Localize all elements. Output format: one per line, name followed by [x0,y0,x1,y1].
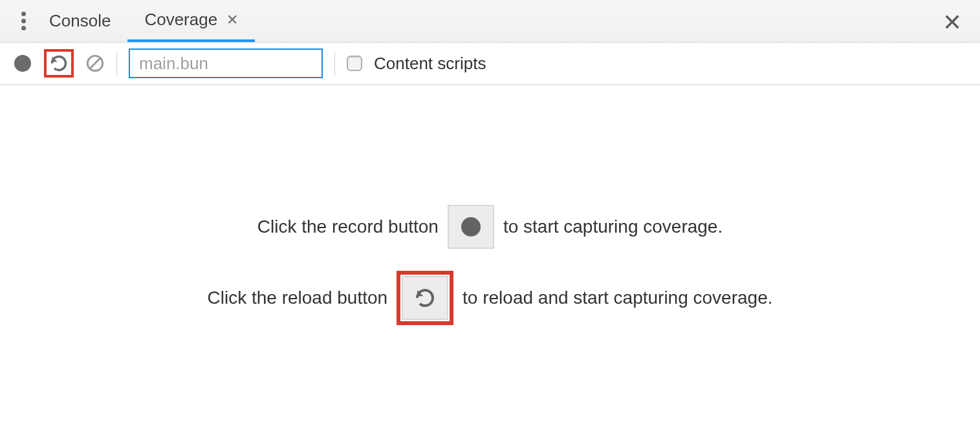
coverage-empty-state: Click the record button to start capturi… [0,85,980,444]
inline-record-button[interactable] [448,205,494,249]
hint-reload: Click the reload button to reload and st… [207,271,772,325]
tab-console[interactable]: Console [32,0,127,42]
filter-input[interactable] [139,54,349,74]
toolbar: ✕ Content scripts [0,43,980,85]
reload-icon [415,288,435,308]
content-scripts-label[interactable]: Content scripts [374,54,486,74]
tab-bar: Console Coverage ✕ ✕ [0,0,980,43]
record-icon [461,217,481,237]
svg-line-1 [90,58,100,69]
record-icon [14,55,31,72]
reload-button[interactable] [49,54,69,73]
inline-reload-button[interactable] [402,276,448,320]
divider [116,51,117,76]
hint-text: to reload and start capturing coverage. [463,288,772,308]
content-scripts-checkbox[interactable] [347,56,362,71]
tab-coverage[interactable]: Coverage ✕ [127,0,255,42]
kebab-menu-icon[interactable] [14,12,32,30]
hint-record: Click the record button to start capturi… [257,205,723,249]
close-panel-icon[interactable]: ✕ [942,9,962,36]
divider [334,51,335,76]
hint-text: to start capturing coverage. [503,217,723,237]
reload-button-highlight [44,49,74,78]
reload-icon [50,54,68,72]
hint-text: Click the reload button [207,288,387,308]
inline-reload-highlight [397,271,453,325]
filter-input-wrap: ✕ [129,48,323,78]
tab-label: Console [49,11,111,31]
clear-icon [86,54,104,72]
tab-label: Coverage [144,10,217,30]
record-button[interactable] [13,54,32,73]
clear-button[interactable] [85,54,105,73]
close-tab-icon[interactable]: ✕ [226,12,238,28]
hint-text: Click the record button [257,217,439,237]
